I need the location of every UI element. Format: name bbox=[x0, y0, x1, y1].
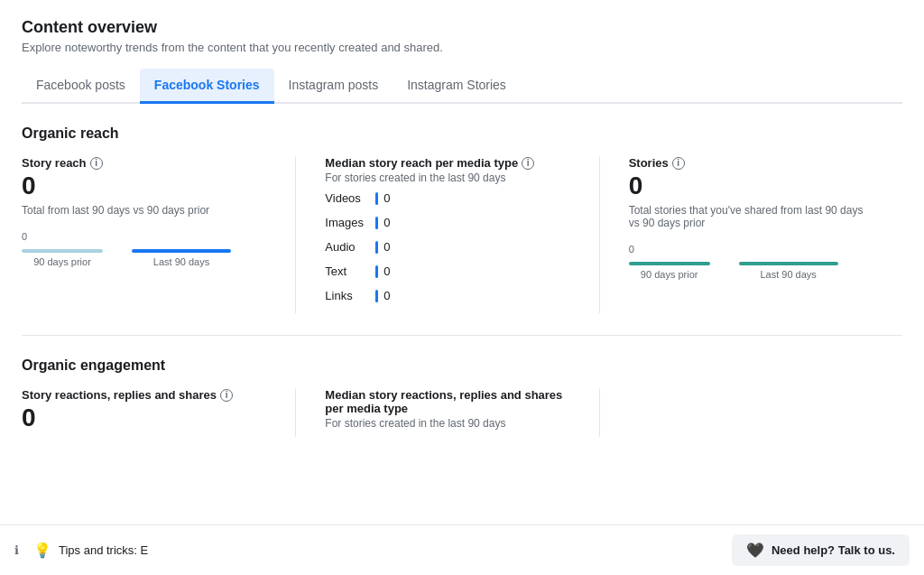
chart-zero: 0 bbox=[22, 231, 266, 242]
chart-bar-recent bbox=[132, 249, 231, 253]
median-story-reach-block: Median story reach per media type i For … bbox=[325, 156, 599, 313]
stories-info-icon[interactable]: i bbox=[672, 157, 685, 170]
media-type-videos-bar bbox=[375, 192, 378, 205]
media-type-text-bar bbox=[375, 265, 378, 278]
page-title: Content overview bbox=[22, 18, 902, 37]
media-type-images: Images 0 bbox=[325, 216, 569, 229]
chart-bar-prior bbox=[22, 249, 103, 253]
page-wrapper: Content overview Explore noteworthy tren… bbox=[0, 0, 924, 455]
stories-label: Stories i bbox=[629, 156, 873, 170]
stories-description: Total stories that you've shared from la… bbox=[629, 204, 873, 229]
media-type-links-label: Links bbox=[325, 289, 370, 302]
story-reach-label: Story reach i bbox=[22, 156, 266, 170]
stories-chart: 0 90 days prior Last 90 days bbox=[629, 244, 873, 280]
stories-chart-bar-prior bbox=[629, 262, 710, 265]
story-reach-description: Total from last 90 days vs 90 days prior bbox=[22, 204, 266, 217]
media-type-links-value: 0 bbox=[383, 289, 390, 302]
stories-chart-bar-group-recent: Last 90 days bbox=[739, 262, 838, 280]
organic-reach-title: Organic reach bbox=[22, 125, 902, 142]
tab-facebook-posts[interactable]: Facebook posts bbox=[22, 69, 140, 104]
chart-bars: 90 days prior Last 90 days bbox=[22, 246, 266, 267]
content-overview-header: Content overview Explore noteworthy tren… bbox=[22, 18, 902, 54]
stories-chart-zero: 0 bbox=[629, 244, 873, 255]
engagement-metrics-row: Story reactions, replies and shares i 0 … bbox=[22, 388, 902, 437]
media-type-group: Videos 0 Images 0 Audio 0 bbox=[325, 191, 569, 302]
media-type-images-label: Images bbox=[325, 216, 370, 229]
story-reactions-label: Story reactions, replies and shares i bbox=[22, 388, 266, 402]
stories-value: 0 bbox=[629, 172, 873, 200]
story-reach-info-icon[interactable]: i bbox=[90, 157, 103, 170]
story-reach-value: 0 bbox=[22, 172, 266, 200]
media-type-videos: Videos 0 bbox=[325, 191, 569, 205]
media-type-text: Text 0 bbox=[325, 264, 569, 278]
media-type-links: Links 0 bbox=[325, 289, 569, 302]
tab-instagram-posts[interactable]: Instagram posts bbox=[274, 69, 393, 104]
media-type-audio-label: Audio bbox=[325, 240, 370, 254]
stories-chart-bars: 90 days prior Last 90 days bbox=[629, 258, 873, 280]
median-story-reach-sublabel: For stories created in the last 90 days bbox=[325, 172, 569, 184]
media-type-text-label: Text bbox=[325, 264, 370, 278]
media-type-audio-value: 0 bbox=[383, 240, 390, 254]
tab-instagram-stories[interactable]: Instagram Stories bbox=[393, 69, 521, 104]
chart-bar-group-recent: Last 90 days bbox=[132, 249, 231, 267]
stories-chart-bar-recent-label: Last 90 days bbox=[760, 269, 816, 280]
chart-bar-recent-label: Last 90 days bbox=[153, 256, 209, 267]
story-reactions-value: 0 bbox=[22, 403, 266, 432]
organic-engagement-section: Organic engagement Story reactions, repl… bbox=[22, 357, 902, 437]
media-type-videos-label: Videos bbox=[325, 191, 370, 205]
media-type-images-bar bbox=[375, 217, 378, 229]
story-reactions-block: Story reactions, replies and shares i 0 bbox=[22, 388, 296, 437]
tabs-container: Facebook posts Facebook Stories Instagra… bbox=[22, 69, 902, 104]
stories-chart-bar-recent bbox=[739, 262, 838, 265]
median-story-reach-label: Median story reach per media type i bbox=[325, 156, 569, 170]
media-type-audio-bar bbox=[375, 241, 378, 254]
median-story-reactions-label: Median story reactions, replies and shar… bbox=[325, 388, 569, 415]
engagement-placeholder-block bbox=[629, 388, 902, 437]
median-story-reach-info-icon[interactable]: i bbox=[522, 157, 534, 170]
chart-bar-prior-label: 90 days prior bbox=[33, 256, 91, 267]
stories-chart-bar-group-prior: 90 days prior bbox=[629, 262, 710, 280]
media-type-text-value: 0 bbox=[383, 264, 390, 278]
media-type-videos-value: 0 bbox=[383, 191, 390, 205]
media-type-links-bar bbox=[375, 290, 378, 302]
media-type-audio: Audio 0 bbox=[325, 240, 569, 254]
story-reach-block: Story reach i 0 Total from last 90 days … bbox=[22, 156, 296, 313]
story-reactions-info-icon[interactable]: i bbox=[220, 389, 233, 402]
stories-block: Stories i 0 Total stories that you've sh… bbox=[629, 156, 902, 313]
median-story-reactions-block: Median story reactions, replies and shar… bbox=[325, 388, 599, 437]
chart-bar-group-prior: 90 days prior bbox=[22, 249, 103, 267]
story-reach-chart: 0 90 days prior Last 90 days bbox=[22, 231, 266, 267]
page-subtitle: Explore noteworthy trends from the conte… bbox=[22, 41, 902, 54]
organic-reach-metrics: Story reach i 0 Total from last 90 days … bbox=[22, 156, 902, 313]
median-story-reactions-sublabel: For stories created in the last 90 days bbox=[325, 417, 569, 430]
organic-reach-section: Organic reach Story reach i 0 Total from… bbox=[22, 125, 902, 313]
organic-engagement-title: Organic engagement bbox=[22, 357, 902, 374]
section-divider bbox=[22, 335, 902, 336]
media-type-images-value: 0 bbox=[383, 216, 390, 229]
tab-facebook-stories[interactable]: Facebook Stories bbox=[140, 69, 274, 104]
stories-chart-bar-prior-label: 90 days prior bbox=[641, 269, 698, 280]
